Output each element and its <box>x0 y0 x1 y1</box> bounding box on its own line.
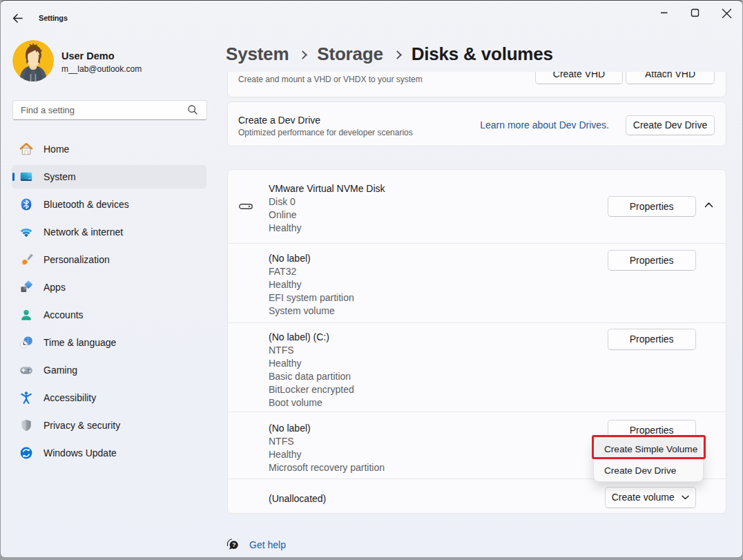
svg-text:?: ? <box>232 541 235 548</box>
